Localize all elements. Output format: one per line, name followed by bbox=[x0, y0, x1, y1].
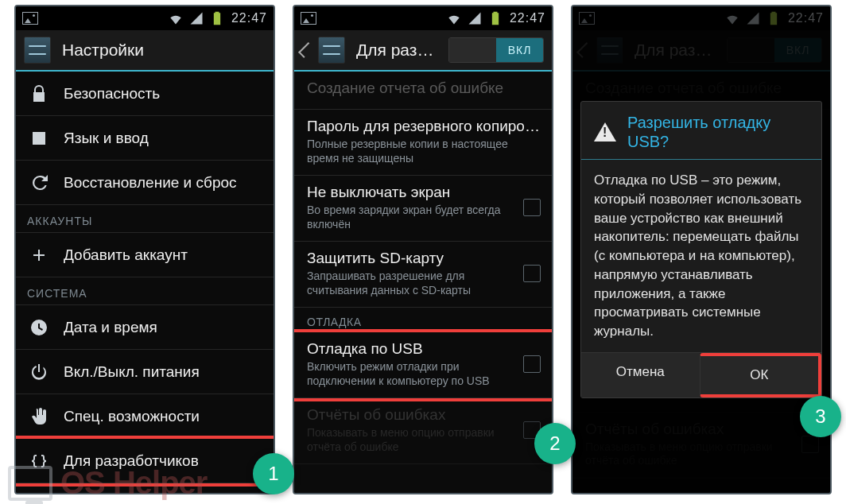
back-icon[interactable] bbox=[298, 42, 314, 58]
warning-icon bbox=[594, 122, 616, 142]
row-title: Пароль для резервного копирования bbox=[307, 118, 541, 135]
dialog-overlay: Разрешить отладку USB? Отладка по USB – … bbox=[572, 6, 830, 493]
step-badge-1: 1 bbox=[253, 453, 294, 494]
row-backup-password[interactable]: Пароль для резервного копирования Полные… bbox=[294, 110, 552, 176]
row-protect-sd[interactable]: Защитить SD-карту Запрашивать разрешение… bbox=[294, 242, 552, 308]
wifi-icon bbox=[446, 10, 462, 26]
row-backup-reset[interactable]: Восстановление и сброс bbox=[16, 161, 274, 205]
row-date-time[interactable]: Дата и время bbox=[16, 305, 274, 350]
toggle-off bbox=[449, 38, 496, 62]
row-label: Безопасность bbox=[64, 85, 262, 103]
dialog-title: Разрешить отладку USB? bbox=[627, 113, 809, 151]
restore-icon bbox=[29, 173, 49, 192]
developer-toggle[interactable]: ВКЛ bbox=[448, 37, 544, 63]
settings-app-icon bbox=[318, 37, 345, 64]
braces-icon bbox=[29, 452, 49, 471]
row-about-phone[interactable]: О телефоне bbox=[16, 483, 274, 493]
row-label: Добавить аккаунт bbox=[64, 246, 262, 264]
toggle-on: ВКЛ bbox=[496, 38, 543, 62]
row-label: Вкл./Выкл. питания bbox=[64, 363, 262, 381]
status-bar: 22:47 bbox=[16, 6, 274, 30]
row-security[interactable]: Безопасность bbox=[16, 72, 274, 116]
row-subtitle: Полные резервные копии в настоящее время… bbox=[307, 138, 541, 165]
row-add-account[interactable]: Добавить аккаунт bbox=[16, 233, 274, 277]
plus-icon bbox=[29, 246, 49, 265]
phone-1-settings: 22:47 Настройки Безопасность Язык и ввод… bbox=[14, 5, 275, 494]
row-developer-options[interactable]: Для разработчиков bbox=[16, 439, 274, 483]
status-time: 22:47 bbox=[231, 11, 267, 25]
language-icon bbox=[29, 129, 49, 148]
highlight-developer-options: Для разработчиков bbox=[16, 436, 274, 487]
signal-icon bbox=[188, 10, 204, 26]
row-subtitle: Во время зарядки экран будет всегда вклю… bbox=[307, 204, 515, 231]
row-accessibility[interactable]: Спец. возможности bbox=[16, 394, 274, 439]
titlebar-developer[interactable]: Для разраб… ВКЛ bbox=[294, 30, 552, 72]
battery-icon bbox=[209, 10, 225, 26]
cancel-button[interactable]: Отмена bbox=[581, 353, 700, 397]
phone-2-developer-options: 22:47 Для разраб… ВКЛ Создание отчета об… bbox=[293, 5, 553, 494]
dialog-body: Отладка по USB – это режим, который позв… bbox=[581, 160, 821, 352]
hand-icon bbox=[29, 407, 49, 426]
row-label: Восстановление и сброс bbox=[64, 174, 262, 192]
row-power-schedule[interactable]: Вкл./Выкл. питания bbox=[16, 350, 274, 394]
wifi-icon bbox=[168, 10, 184, 26]
step-badge-2: 2 bbox=[534, 423, 576, 464]
signal-icon bbox=[467, 10, 483, 26]
highlight-usb-debugging: Отладка по USB Включить режим отладки пр… bbox=[294, 329, 552, 401]
row-subtitle: Включить режим отладки при подключении к… bbox=[307, 360, 515, 388]
status-time: 22:47 bbox=[510, 11, 545, 25]
developer-options-list[interactable]: Создание отчета об ошибке Пароль для рез… bbox=[294, 72, 552, 493]
row-label: Язык и ввод bbox=[64, 130, 262, 147]
titlebar-settings: Настройки bbox=[16, 30, 274, 72]
settings-list[interactable]: Безопасность Язык и ввод Восстановление … bbox=[16, 72, 274, 493]
category-accounts: АККАУНТЫ bbox=[16, 205, 274, 233]
row-subtitle: Показывать в меню опцию отправки отчёта … bbox=[307, 426, 515, 454]
row-title: Создание отчета об ошибке bbox=[307, 79, 541, 97]
status-bar: 22:47 bbox=[294, 6, 552, 30]
clock-icon bbox=[29, 318, 49, 337]
step-badge-3: 3 bbox=[800, 396, 841, 437]
phone-3-usb-dialog: 22:47 Для разраб… ВКЛ Создание отчета об… bbox=[571, 5, 832, 494]
usb-debug-dialog: Разрешить отладку USB? Отладка по USB – … bbox=[580, 101, 822, 398]
row-label: Дата и время bbox=[64, 319, 262, 336]
power-icon bbox=[29, 362, 49, 382]
lock-icon bbox=[29, 84, 49, 103]
checkbox[interactable] bbox=[523, 355, 541, 373]
dialog-buttons: Отмена ОК bbox=[581, 352, 821, 397]
row-title: Защитить SD-карту bbox=[307, 250, 515, 267]
row-usb-debugging[interactable]: Отладка по USB Включить режим отладки пр… bbox=[294, 332, 552, 398]
row-label: Спец. возможности bbox=[64, 408, 262, 425]
checkbox[interactable] bbox=[523, 199, 541, 216]
row-bugreports-menu[interactable]: Отчёты об ошибках Показывать в меню опци… bbox=[294, 398, 552, 464]
battery-icon bbox=[487, 10, 503, 26]
row-bugreport[interactable]: Создание отчета об ошибке bbox=[294, 72, 552, 110]
row-title: Отладка по USB bbox=[307, 340, 515, 358]
row-subtitle: Запрашивать разрешение для считывания да… bbox=[307, 269, 515, 297]
screenshot-icon bbox=[301, 12, 316, 25]
row-title: Не выключать экран bbox=[307, 184, 515, 201]
screenshot-icon bbox=[22, 12, 38, 25]
row-title: Отчёты об ошибках bbox=[307, 406, 515, 424]
row-language-input[interactable]: Язык и ввод bbox=[16, 116, 274, 161]
ok-button[interactable]: ОК bbox=[700, 353, 822, 397]
row-stay-awake[interactable]: Не выключать экран Во время зарядки экра… bbox=[294, 176, 552, 242]
category-system: СИСТЕМА bbox=[16, 277, 274, 305]
checkbox[interactable] bbox=[523, 265, 541, 282]
page-title: Для разраб… bbox=[356, 41, 437, 60]
page-title: Настройки bbox=[62, 41, 266, 60]
settings-app-icon bbox=[24, 37, 51, 64]
dialog-header: Разрешить отладку USB? bbox=[581, 102, 821, 160]
row-label: Для разработчиков bbox=[64, 452, 262, 470]
